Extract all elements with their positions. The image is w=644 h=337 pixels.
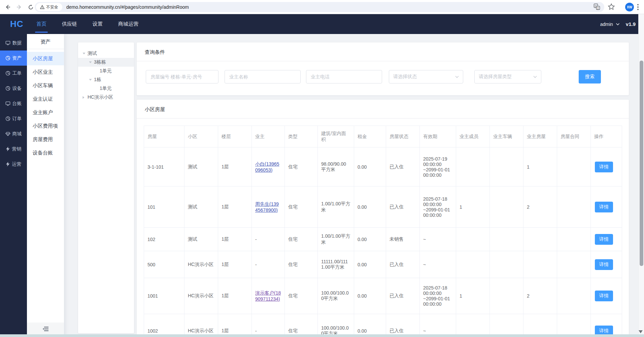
warning-icon <box>40 5 44 9</box>
browser-reload-icon[interactable] <box>26 3 35 11</box>
col-header-room: 房屋 <box>144 126 184 147</box>
caret-down-icon[interactable] <box>89 61 92 63</box>
nav-item-home[interactable]: 首页 <box>31 14 52 34</box>
detail-button[interactable]: 详情 <box>595 234 613 245</box>
main-content: 测试 3栋栋 1单元 1栋 1单元 HC演示小区 查询条件 请选择状态 <box>64 34 644 337</box>
houses-panel-title: 小区房屋 <box>137 100 629 119</box>
col-header-contract: 房屋合同 <box>557 126 591 147</box>
status-select[interactable]: 请选择状态 <box>389 70 463 83</box>
tree-node-unit1-a[interactable]: 1单元 <box>78 67 134 75</box>
browser-forward-icon[interactable] <box>15 3 24 11</box>
status-badge: 已入住 <box>386 187 420 228</box>
security-badge[interactable]: 不安全 <box>36 3 62 11</box>
translate-icon[interactable]: G文 <box>594 3 600 10</box>
collapse-menu-button[interactable] <box>27 323 64 335</box>
houses-panel: 小区房屋 房屋 小区 楼层 业主 类型 建筑/室内面积 租金 房屋状态 <box>137 100 629 337</box>
room-number-input[interactable] <box>146 70 218 83</box>
col-header-owner: 业主 <box>252 126 285 147</box>
sidebar-item-operations[interactable]: 运营 <box>0 157 27 172</box>
app-top-nav: HC 首页 供应链 设置 商城运营 admin v1.9 <box>0 14 644 34</box>
status-badge: 已入住 <box>386 314 420 337</box>
browser-chrome: 不安全 demo.homecommunity.cn/#/pages/commun… <box>0 0 644 14</box>
browser-avatar[interactable]: XW <box>625 3 634 11</box>
diamond-icon <box>5 131 10 136</box>
submenu-item-community-houses[interactable]: 小区房屋 <box>27 52 64 65</box>
nav-item-mall-ops[interactable]: 商城运营 <box>113 14 144 34</box>
nav-user-area: admin v1.9 <box>600 14 636 34</box>
owner-link[interactable]: 演示客户(18909711234) <box>255 290 281 302</box>
vertical-scrollbar-thumb[interactable] <box>640 61 643 266</box>
table-header-row: 房屋 小区 楼层 业主 类型 建筑/室内面积 租金 房屋状态 有效期 业主成员 … <box>144 126 622 147</box>
nav-item-supply-chain[interactable]: 供应链 <box>57 14 82 34</box>
bookmark-star-icon[interactable] <box>608 3 615 10</box>
detail-button[interactable]: 详情 <box>595 162 613 172</box>
owner-link[interactable]: 小白(13965096053) <box>255 161 279 173</box>
chevron-down-icon[interactable] <box>616 23 620 26</box>
house-type-select[interactable]: 请选择房屋类型 <box>474 70 541 83</box>
sidebar-item-assets[interactable]: 资产 <box>0 50 27 66</box>
houses-table: 房屋 小区 楼层 业主 类型 建筑/室内面积 租金 房屋状态 有效期 业主成员 … <box>144 126 622 337</box>
tree-node-building1[interactable]: 1栋 <box>78 75 134 84</box>
table-row: 101 测试 1层 周先生(13945678900) 住宅 1.00/1.00平… <box>144 187 622 228</box>
tree-node-hc-demo[interactable]: HC演示小区 <box>78 93 134 102</box>
browser-back-icon[interactable] <box>3 3 12 11</box>
sidebar-item-ledger[interactable]: 台账 <box>0 96 27 111</box>
user-dropdown[interactable]: admin <box>600 22 613 27</box>
tree-node-unit1-b[interactable]: 1单元 <box>78 84 134 93</box>
url-text: demo.homecommunity.cn/#/pages/community/… <box>66 4 189 10</box>
secondary-sidebar: 资产 小区房屋 小区业主 小区车辆 业主认证 业主账户 小区费用项 房屋费用 设… <box>27 34 64 337</box>
sidebar-item-data[interactable]: 数据 <box>0 35 27 50</box>
tree-node-building3[interactable]: 3栋栋 <box>78 58 134 67</box>
submenu-item-fee-items[interactable]: 小区费用项 <box>27 119 64 133</box>
top-nav-menu: 首页 供应链 设置 商城运营 <box>31 14 148 34</box>
horizontal-scrollbar[interactable] <box>0 334 644 337</box>
sidebar-item-mall[interactable]: 商城 <box>0 126 27 141</box>
security-label: 不安全 <box>46 4 58 10</box>
detail-button[interactable]: 详情 <box>595 259 613 270</box>
globe-icon <box>5 56 10 61</box>
owner-name-input[interactable] <box>225 70 301 83</box>
col-header-type: 类型 <box>285 126 318 147</box>
url-bar[interactable]: 不安全 demo.homecommunity.cn/#/pages/commun… <box>35 2 604 12</box>
caret-down-icon[interactable] <box>82 53 86 55</box>
status-badge: 未销售 <box>386 228 420 251</box>
search-button[interactable]: 搜索 <box>579 70 601 83</box>
sidebar-item-marketing[interactable]: 营销 <box>0 141 27 157</box>
version-label: v1.9 <box>626 21 636 27</box>
globe-icon <box>5 86 10 91</box>
detail-button[interactable]: 详情 <box>595 291 613 301</box>
sidebar-item-workorders[interactable]: 工单 <box>0 66 27 81</box>
submenu-item-owner-accounts[interactable]: 业主账户 <box>27 106 64 119</box>
chevron-down-icon <box>533 76 537 78</box>
col-header-members: 业主成员 <box>456 126 490 147</box>
col-header-actions: 操作 <box>591 126 622 147</box>
caret-down-icon[interactable] <box>89 79 92 81</box>
status-badge: 已入住 <box>386 251 420 278</box>
nav-item-settings[interactable]: 设置 <box>87 14 108 34</box>
globe-icon <box>5 116 10 121</box>
status-badge: 已入住 <box>386 147 420 187</box>
detail-button[interactable]: 详情 <box>595 202 613 212</box>
owner-link[interactable]: 周先生(13945678900) <box>255 201 279 213</box>
submenu-item-house-fees[interactable]: 房屋费用 <box>27 133 64 146</box>
caret-right-icon[interactable] <box>82 96 86 99</box>
vertical-scrollbar[interactable] <box>638 14 644 334</box>
submenu-item-owner-certification[interactable]: 业主认证 <box>27 92 64 106</box>
hc-logo[interactable]: HC <box>10 14 24 34</box>
submenu-item-device-ledger[interactable]: 设备台账 <box>27 146 64 160</box>
sidebar-item-devices[interactable]: 设备 <box>0 81 27 96</box>
monitor-icon <box>5 40 10 45</box>
community-tree-panel: 测试 3栋栋 1单元 1栋 1单元 HC演示小区 <box>78 42 134 333</box>
bolt-icon <box>6 162 10 167</box>
scrollbar-corner-arrow <box>639 330 643 333</box>
browser-menu-icon[interactable] <box>635 3 641 11</box>
owner-phone-input[interactable] <box>306 70 382 83</box>
menu-fold-icon <box>43 327 48 331</box>
col-header-community: 小区 <box>184 126 218 147</box>
col-header-validity: 有效期 <box>420 126 456 147</box>
status-badge: 已入住 <box>386 278 420 314</box>
submenu-item-community-vehicles[interactable]: 小区车辆 <box>27 79 64 92</box>
tree-node-ceshi[interactable]: 测试 <box>78 49 134 58</box>
submenu-item-community-owners[interactable]: 小区业主 <box>27 65 64 79</box>
sidebar-item-orders[interactable]: 订单 <box>0 111 27 126</box>
